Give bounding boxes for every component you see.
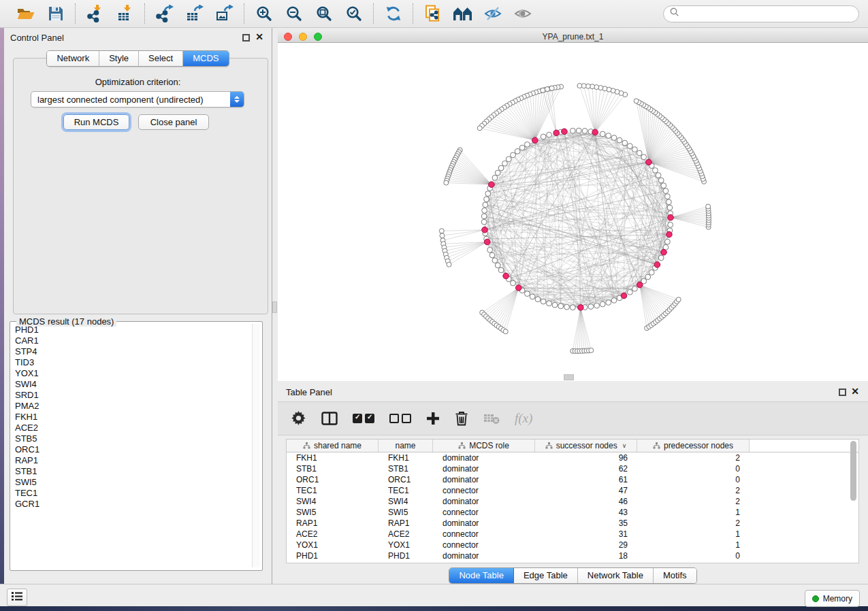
graph-mcds-node[interactable] xyxy=(578,305,584,311)
table-row[interactable]: YOX1YOX1connector291 xyxy=(287,540,858,550)
graph-leaf-node[interactable] xyxy=(634,99,639,103)
graph-node[interactable] xyxy=(665,239,671,244)
splitter-handle[interactable] xyxy=(272,301,277,313)
graph-node[interactable] xyxy=(570,305,575,310)
mcds-result-item[interactable]: GCR1 xyxy=(15,499,255,510)
table-row[interactable]: SWI5SWI5connector431 xyxy=(287,507,858,518)
graph-node[interactable] xyxy=(502,161,508,166)
graph-node[interactable] xyxy=(594,303,600,308)
graph-mcds-node[interactable] xyxy=(592,129,598,135)
delete-button[interactable] xyxy=(455,409,468,428)
graph-node[interactable] xyxy=(588,304,594,310)
mcds-result-item[interactable]: SRD1 xyxy=(15,390,255,401)
graph-leaf-node[interactable] xyxy=(541,88,545,93)
first-neighbors-button[interactable] xyxy=(453,3,473,24)
graph-node[interactable] xyxy=(627,290,632,295)
deselect-all-button[interactable] xyxy=(389,409,411,428)
graph-node[interactable] xyxy=(530,294,535,299)
graph-mcds-node[interactable] xyxy=(484,239,490,245)
table-row[interactable]: ACE2ACE2connector311 xyxy=(287,529,858,540)
table-row[interactable]: STB1STB1dominator620 xyxy=(287,463,858,474)
float-panel-icon[interactable] xyxy=(242,34,250,42)
tab-style[interactable]: Style xyxy=(99,51,139,66)
vertical-splitter[interactable] xyxy=(272,28,278,584)
graph-mcds-node[interactable] xyxy=(637,282,643,288)
horizontal-splitter-handle[interactable] xyxy=(564,374,574,380)
add-button[interactable] xyxy=(426,409,440,428)
zoom-selected-button[interactable] xyxy=(344,3,364,24)
mcds-result-item[interactable]: TEC1 xyxy=(15,488,255,499)
graph-node[interactable] xyxy=(511,280,516,286)
tab-network[interactable]: Network xyxy=(47,51,99,66)
graph-node[interactable] xyxy=(498,165,504,171)
graph-leaf-node[interactable] xyxy=(676,297,681,302)
tab-select[interactable]: Select xyxy=(139,51,183,66)
select-all-button[interactable] xyxy=(353,409,374,428)
mcds-result-item[interactable]: STB5 xyxy=(15,433,255,444)
table-row[interactable]: PHD1PHD1dominator180 xyxy=(287,550,858,561)
float-table-panel-icon[interactable] xyxy=(839,389,846,396)
graph-mcds-node[interactable] xyxy=(562,129,568,135)
graph-node[interactable] xyxy=(487,247,493,252)
search-input[interactable] xyxy=(680,6,858,21)
column-header-predecessor-nodes[interactable]: predecessor nodes xyxy=(637,440,750,452)
close-panel-button[interactable]: Close panel xyxy=(138,114,209,130)
graph-node[interactable] xyxy=(482,208,487,214)
graph-leaf-node[interactable] xyxy=(447,262,451,267)
graph-node[interactable] xyxy=(570,128,575,133)
graph-node[interactable] xyxy=(489,252,495,258)
export-table-button[interactable] xyxy=(184,3,205,24)
open-button[interactable] xyxy=(16,3,36,24)
graph-mcds-node[interactable] xyxy=(646,159,652,165)
graph-node[interactable] xyxy=(564,304,570,310)
tab-edge-table[interactable]: Edge Table xyxy=(514,568,578,583)
graph-mcds-node[interactable] xyxy=(516,285,522,291)
graph-mcds-node[interactable] xyxy=(666,231,673,237)
graph-leaf-node[interactable] xyxy=(549,86,554,90)
graph-node[interactable] xyxy=(576,128,581,133)
mcds-result-item[interactable]: CAR1 xyxy=(15,335,255,346)
graph-node[interactable] xyxy=(611,298,617,303)
criterion-dropdown[interactable]: largest connected component (undirected) xyxy=(31,91,244,108)
graph-node[interactable] xyxy=(637,150,642,156)
table-row[interactable]: FKH1FKH1dominator962 xyxy=(287,452,858,463)
network-window-titlebar[interactable]: YPA_prune.txt_1 xyxy=(278,31,868,43)
import-table-button[interactable] xyxy=(115,3,135,24)
close-panel-icon[interactable]: ✕ xyxy=(255,33,263,41)
graph-node[interactable] xyxy=(495,170,500,176)
zoom-in-button[interactable] xyxy=(254,3,274,24)
graph-node[interactable] xyxy=(519,145,525,150)
table-row[interactable]: ORC1ORC1dominator610 xyxy=(287,474,858,485)
graph-node[interactable] xyxy=(582,129,588,134)
zoom-fit-button[interactable] xyxy=(314,3,334,24)
graph-node[interactable] xyxy=(641,154,647,160)
graph-node[interactable] xyxy=(492,258,498,263)
mcds-result-item[interactable]: STB1 xyxy=(15,466,255,477)
graph-node[interactable] xyxy=(653,168,658,174)
graph-leaf-node[interactable] xyxy=(589,348,594,352)
graph-mcds-node[interactable] xyxy=(482,227,488,233)
graph-node[interactable] xyxy=(483,202,488,208)
graph-leaf-node[interactable] xyxy=(477,126,482,131)
mcds-result-item[interactable]: SWI4 xyxy=(15,379,255,390)
graph-node[interactable] xyxy=(525,142,530,147)
graph-leaf-node[interactable] xyxy=(503,329,508,334)
mcds-result-item[interactable]: TID3 xyxy=(15,357,255,368)
show-all-button[interactable] xyxy=(513,3,533,24)
graph-mcds-node[interactable] xyxy=(661,249,667,255)
mcds-result-item[interactable]: SWI5 xyxy=(15,477,255,488)
graph-node[interactable] xyxy=(535,297,541,302)
graph-node[interactable] xyxy=(506,156,511,162)
hide-selected-button[interactable] xyxy=(483,3,503,24)
memory-button[interactable]: Memory xyxy=(805,590,860,607)
graph-node[interactable] xyxy=(632,286,638,292)
mcds-result-item[interactable]: RAP1 xyxy=(15,455,255,466)
mcds-result-item[interactable]: ACE2 xyxy=(15,423,255,433)
graph-node[interactable] xyxy=(668,222,673,228)
search-box[interactable] xyxy=(663,5,859,22)
graph-node[interactable] xyxy=(611,135,617,141)
graph-leaf-node[interactable] xyxy=(439,229,444,233)
graph-node[interactable] xyxy=(541,299,546,304)
graph-node[interactable] xyxy=(645,274,651,280)
column-header-name[interactable]: name xyxy=(379,440,433,452)
